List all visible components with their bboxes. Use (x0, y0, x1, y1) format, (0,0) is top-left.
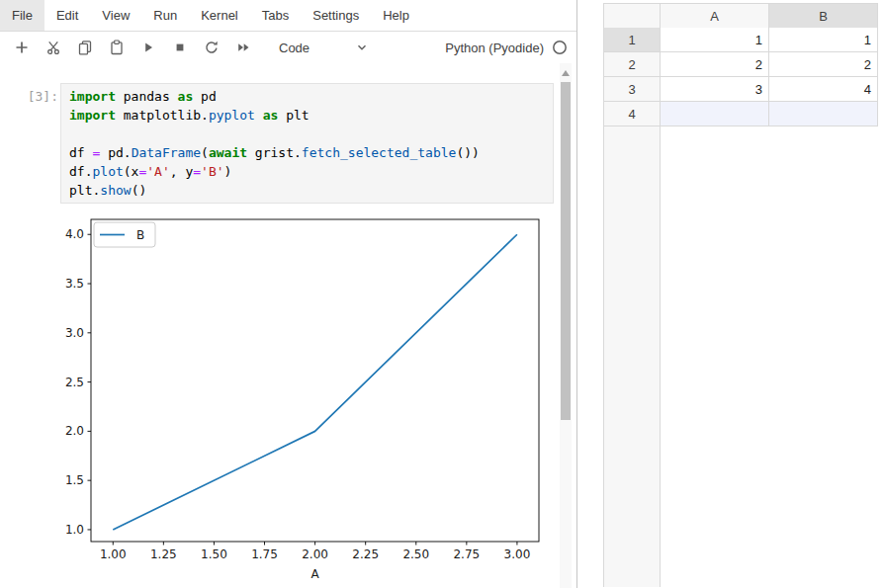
kernel-status-icon (552, 40, 568, 55)
refresh-icon (204, 40, 220, 55)
add-row-cell-a[interactable] (661, 102, 769, 126)
paste-icon (109, 40, 125, 55)
cell-execution-prompt: [3]: (13, 87, 58, 106)
code-line: plt.show() (69, 181, 545, 200)
interrupt-kernel-button[interactable] (166, 35, 194, 60)
menu-item-run[interactable]: Run (141, 0, 189, 31)
cell-type-label: Code (279, 41, 309, 55)
y-tick-label: 2.5 (65, 376, 84, 389)
x-tick-label: 2.00 (302, 547, 328, 561)
code-line: import pandas as pd (69, 87, 545, 106)
row-header-2[interactable]: 2 (603, 52, 661, 77)
cell-b1[interactable]: 1 (769, 28, 878, 52)
menu-item-file[interactable]: File (0, 0, 44, 31)
code-line: df = pd.DataFrame(await grist.fetch_sele… (69, 143, 545, 162)
menu-item-tabs[interactable]: Tabs (250, 0, 301, 31)
x-axis-label: A (310, 567, 319, 581)
y-tick-label: 1.5 (65, 473, 84, 487)
row-header-column-extension (603, 126, 661, 587)
stop-icon (172, 40, 188, 55)
line-chart: 1.001.251.501.752.002.252.502.753.001.01… (15, 211, 549, 587)
paste-cells-button[interactable] (103, 35, 131, 60)
pane-divider (576, 0, 577, 588)
sheet-grid: AB1112223344 (603, 3, 879, 126)
cell-b3[interactable]: 4 (769, 77, 878, 102)
code-line: import matplotlib.pyplot as plt (69, 106, 545, 125)
scrollbar-thumb[interactable] (561, 82, 571, 420)
notebook-pane: FileEditViewRunKernelTabsSettingsHelp Co… (0, 0, 577, 588)
copy-icon (77, 40, 93, 55)
spreadsheet-pane: AB1112223344 (603, 3, 879, 588)
copy-cells-button[interactable] (71, 35, 99, 60)
y-tick-label: 4.0 (65, 227, 84, 241)
cell-b2[interactable]: 2 (769, 52, 878, 77)
column-header-a[interactable]: A (661, 3, 769, 29)
menu-item-kernel[interactable]: Kernel (189, 0, 250, 31)
x-tick-label: 2.75 (453, 547, 480, 561)
scissors-icon (45, 40, 61, 55)
row-header-3[interactable]: 3 (603, 77, 661, 102)
restart-kernel-button[interactable] (198, 35, 225, 60)
x-tick-label: 2.25 (352, 547, 379, 561)
code-line (69, 125, 545, 143)
code-cell-editor[interactable]: import pandas as pdimport matplotlib.pyp… (60, 83, 554, 204)
kernel-name-label: Python (Pyodide) (445, 41, 544, 55)
play-icon (140, 40, 156, 55)
corner-header-cell[interactable] (603, 3, 661, 29)
cell-a2[interactable]: 2 (661, 52, 769, 77)
x-tick-label: 1.00 (100, 547, 127, 561)
menu-item-help[interactable]: Help (371, 0, 421, 31)
row-header-1[interactable]: 1 (603, 28, 661, 52)
code-line: df.plot(x='A', y='B') (69, 162, 545, 181)
menu-item-edit[interactable]: Edit (44, 0, 90, 31)
chevron-down-icon (354, 40, 370, 55)
add-cell-button[interactable] (8, 35, 36, 60)
x-tick-label: 3.00 (504, 547, 531, 561)
row-header-4[interactable]: 4 (603, 102, 661, 126)
cell-a3[interactable]: 3 (661, 77, 769, 102)
app-window: FileEditViewRunKernelTabsSettingsHelp Co… (0, 0, 884, 588)
restart-run-all-button[interactable] (229, 35, 257, 60)
scrollbar-up-arrow-icon[interactable] (562, 70, 570, 76)
plot-axes (91, 219, 539, 542)
cell-a1[interactable]: 1 (661, 28, 769, 52)
y-tick-label: 3.0 (65, 326, 84, 340)
legend-label: B (136, 228, 144, 242)
x-tick-label: 1.75 (251, 547, 278, 561)
x-tick-label: 1.25 (150, 547, 177, 561)
y-tick-label: 1.0 (65, 523, 84, 537)
cut-cells-button[interactable] (40, 35, 67, 60)
y-tick-label: 3.5 (65, 277, 84, 291)
add-row-cell-b[interactable] (769, 102, 878, 126)
notebook-toolbar: Code Python (Pyodide) (0, 32, 576, 63)
notebook-menubar: FileEditViewRunKernelTabsSettingsHelp (0, 0, 576, 32)
fast-forward-icon (235, 40, 251, 55)
plus-icon (14, 40, 30, 55)
menu-item-settings[interactable]: Settings (301, 0, 371, 31)
y-tick-label: 2.0 (65, 424, 84, 438)
column-header-b[interactable]: B (769, 3, 878, 29)
x-tick-label: 2.50 (402, 547, 429, 561)
menu-item-view[interactable]: View (90, 0, 141, 31)
notebook-scrollbar[interactable] (560, 63, 572, 588)
x-tick-label: 1.50 (201, 547, 227, 561)
matplotlib-output-figure: 1.001.251.501.752.002.252.502.753.001.01… (15, 211, 549, 587)
cell-type-dropdown[interactable]: Code (275, 35, 374, 60)
run-cell-button[interactable] (134, 35, 162, 60)
